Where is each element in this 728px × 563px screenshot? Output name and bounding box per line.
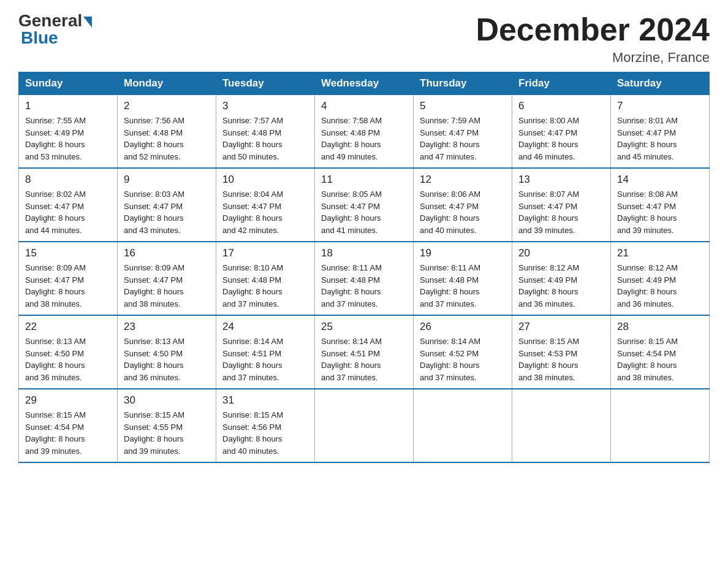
calendar-cell: 19 Sunrise: 8:11 AM Sunset: 4:48 PM Dayl… <box>414 242 512 315</box>
day-number: 17 <box>222 247 308 259</box>
day-number: 28 <box>617 321 703 333</box>
calendar-week-row: 1 Sunrise: 7:55 AM Sunset: 4:49 PM Dayli… <box>19 95 710 169</box>
col-wednesday: Wednesday <box>315 72 414 95</box>
calendar-cell: 22 Sunrise: 8:13 AM Sunset: 4:50 PM Dayl… <box>19 315 118 389</box>
day-number: 29 <box>25 394 111 407</box>
day-info: Sunrise: 8:09 AM Sunset: 4:47 PM Dayligh… <box>25 262 111 310</box>
month-title: December 2024 <box>476 12 710 47</box>
calendar-cell: 29 Sunrise: 8:15 AM Sunset: 4:54 PM Dayl… <box>19 389 118 462</box>
day-number: 10 <box>222 174 308 186</box>
day-info: Sunrise: 8:11 AM Sunset: 4:48 PM Dayligh… <box>321 262 407 310</box>
calendar-cell: 13 Sunrise: 8:07 AM Sunset: 4:47 PM Dayl… <box>512 168 611 242</box>
day-number: 8 <box>25 174 111 186</box>
calendar-cell: 9 Sunrise: 8:03 AM Sunset: 4:47 PM Dayli… <box>118 168 216 242</box>
day-info: Sunrise: 8:13 AM Sunset: 4:50 PM Dayligh… <box>25 335 111 383</box>
day-info: Sunrise: 8:13 AM Sunset: 4:50 PM Dayligh… <box>124 335 210 383</box>
day-info: Sunrise: 8:14 AM Sunset: 4:52 PM Dayligh… <box>420 335 506 383</box>
calendar-cell: 30 Sunrise: 8:15 AM Sunset: 4:55 PM Dayl… <box>118 389 216 462</box>
calendar-cell: 15 Sunrise: 8:09 AM Sunset: 4:47 PM Dayl… <box>19 242 118 315</box>
day-number: 24 <box>222 321 308 333</box>
calendar-cell: 6 Sunrise: 8:00 AM Sunset: 4:47 PM Dayli… <box>512 95 611 169</box>
day-info: Sunrise: 8:11 AM Sunset: 4:48 PM Dayligh… <box>420 262 506 310</box>
day-number: 16 <box>124 247 210 259</box>
calendar-cell: 4 Sunrise: 7:58 AM Sunset: 4:48 PM Dayli… <box>315 95 414 169</box>
day-info: Sunrise: 8:00 AM Sunset: 4:47 PM Dayligh… <box>518 115 604 163</box>
header-row: Sunday Monday Tuesday Wednesday Thursday… <box>19 72 710 95</box>
day-number: 26 <box>420 321 506 333</box>
calendar-week-row: 15 Sunrise: 8:09 AM Sunset: 4:47 PM Dayl… <box>19 242 710 315</box>
title-block: December 2024 Morzine, France <box>476 12 710 66</box>
day-info: Sunrise: 8:08 AM Sunset: 4:47 PM Dayligh… <box>617 188 703 236</box>
day-info: Sunrise: 8:01 AM Sunset: 4:47 PM Dayligh… <box>617 115 703 163</box>
calendar-cell: 14 Sunrise: 8:08 AM Sunset: 4:47 PM Dayl… <box>611 168 710 242</box>
calendar-cell: 23 Sunrise: 8:13 AM Sunset: 4:50 PM Dayl… <box>118 315 216 389</box>
calendar-cell: 5 Sunrise: 7:59 AM Sunset: 4:47 PM Dayli… <box>414 95 512 169</box>
day-number: 14 <box>617 174 703 186</box>
day-info: Sunrise: 8:15 AM Sunset: 4:54 PM Dayligh… <box>25 409 111 457</box>
calendar-week-row: 29 Sunrise: 8:15 AM Sunset: 4:54 PM Dayl… <box>19 389 710 462</box>
day-info: Sunrise: 8:15 AM Sunset: 4:56 PM Dayligh… <box>222 409 308 457</box>
calendar-cell <box>512 389 611 462</box>
location-label: Morzine, France <box>476 50 710 66</box>
day-info: Sunrise: 8:14 AM Sunset: 4:51 PM Dayligh… <box>321 335 407 383</box>
calendar-body: 1 Sunrise: 7:55 AM Sunset: 4:49 PM Dayli… <box>19 95 710 463</box>
day-info: Sunrise: 7:56 AM Sunset: 4:48 PM Dayligh… <box>124 115 210 163</box>
day-number: 23 <box>124 321 210 333</box>
calendar-week-row: 22 Sunrise: 8:13 AM Sunset: 4:50 PM Dayl… <box>19 315 710 389</box>
calendar-cell: 26 Sunrise: 8:14 AM Sunset: 4:52 PM Dayl… <box>414 315 512 389</box>
calendar-cell: 7 Sunrise: 8:01 AM Sunset: 4:47 PM Dayli… <box>611 95 710 169</box>
calendar-week-row: 8 Sunrise: 8:02 AM Sunset: 4:47 PM Dayli… <box>19 168 710 242</box>
day-number: 30 <box>124 394 210 407</box>
day-number: 22 <box>25 321 111 333</box>
calendar-cell: 10 Sunrise: 8:04 AM Sunset: 4:47 PM Dayl… <box>216 168 315 242</box>
day-info: Sunrise: 8:09 AM Sunset: 4:47 PM Dayligh… <box>124 262 210 310</box>
day-info: Sunrise: 8:15 AM Sunset: 4:53 PM Dayligh… <box>518 335 604 383</box>
day-number: 7 <box>617 100 703 112</box>
day-number: 27 <box>518 321 604 333</box>
day-number: 4 <box>321 100 407 112</box>
col-monday: Monday <box>118 72 216 95</box>
calendar-cell: 11 Sunrise: 8:05 AM Sunset: 4:47 PM Dayl… <box>315 168 414 242</box>
day-info: Sunrise: 8:15 AM Sunset: 4:55 PM Dayligh… <box>124 409 210 457</box>
day-number: 9 <box>124 174 210 186</box>
col-sunday: Sunday <box>19 72 118 95</box>
calendar-table: Sunday Monday Tuesday Wednesday Thursday… <box>18 72 710 463</box>
logo-arrow-icon <box>83 17 92 28</box>
calendar-cell <box>611 389 710 462</box>
calendar-cell: 28 Sunrise: 8:15 AM Sunset: 4:54 PM Dayl… <box>611 315 710 389</box>
day-number: 19 <box>420 247 506 259</box>
calendar-cell: 18 Sunrise: 8:11 AM Sunset: 4:48 PM Dayl… <box>315 242 414 315</box>
calendar-cell: 27 Sunrise: 8:15 AM Sunset: 4:53 PM Dayl… <box>512 315 611 389</box>
day-info: Sunrise: 7:57 AM Sunset: 4:48 PM Dayligh… <box>222 115 308 163</box>
calendar-cell: 24 Sunrise: 8:14 AM Sunset: 4:51 PM Dayl… <box>216 315 315 389</box>
calendar-cell <box>414 389 512 462</box>
day-info: Sunrise: 8:05 AM Sunset: 4:47 PM Dayligh… <box>321 188 407 236</box>
col-thursday: Thursday <box>414 72 512 95</box>
calendar-cell: 2 Sunrise: 7:56 AM Sunset: 4:48 PM Dayli… <box>118 95 216 169</box>
calendar-header: Sunday Monday Tuesday Wednesday Thursday… <box>19 72 710 95</box>
day-info: Sunrise: 8:06 AM Sunset: 4:47 PM Dayligh… <box>420 188 506 236</box>
logo-general-text: General <box>18 11 82 30</box>
calendar-cell: 21 Sunrise: 8:12 AM Sunset: 4:49 PM Dayl… <box>611 242 710 315</box>
logo-blue-text: Blue <box>21 29 58 47</box>
calendar-cell: 25 Sunrise: 8:14 AM Sunset: 4:51 PM Dayl… <box>315 315 414 389</box>
calendar-cell: 17 Sunrise: 8:10 AM Sunset: 4:48 PM Dayl… <box>216 242 315 315</box>
day-info: Sunrise: 8:02 AM Sunset: 4:47 PM Dayligh… <box>25 188 111 236</box>
day-info: Sunrise: 8:10 AM Sunset: 4:48 PM Dayligh… <box>222 262 308 310</box>
day-info: Sunrise: 8:12 AM Sunset: 4:49 PM Dayligh… <box>617 262 703 310</box>
day-info: Sunrise: 7:55 AM Sunset: 4:49 PM Dayligh… <box>25 115 111 163</box>
calendar-cell <box>315 389 414 462</box>
calendar-cell: 12 Sunrise: 8:06 AM Sunset: 4:47 PM Dayl… <box>414 168 512 242</box>
day-number: 11 <box>321 174 407 186</box>
calendar-cell: 16 Sunrise: 8:09 AM Sunset: 4:47 PM Dayl… <box>118 242 216 315</box>
day-number: 31 <box>222 394 308 407</box>
day-number: 20 <box>518 247 604 259</box>
col-friday: Friday <box>512 72 611 95</box>
day-number: 3 <box>222 100 308 112</box>
day-info: Sunrise: 8:14 AM Sunset: 4:51 PM Dayligh… <box>222 335 308 383</box>
calendar-cell: 3 Sunrise: 7:57 AM Sunset: 4:48 PM Dayli… <box>216 95 315 169</box>
day-number: 25 <box>321 321 407 333</box>
col-tuesday: Tuesday <box>216 72 315 95</box>
calendar-cell: 1 Sunrise: 7:55 AM Sunset: 4:49 PM Dayli… <box>19 95 118 169</box>
day-info: Sunrise: 8:12 AM Sunset: 4:49 PM Dayligh… <box>518 262 604 310</box>
